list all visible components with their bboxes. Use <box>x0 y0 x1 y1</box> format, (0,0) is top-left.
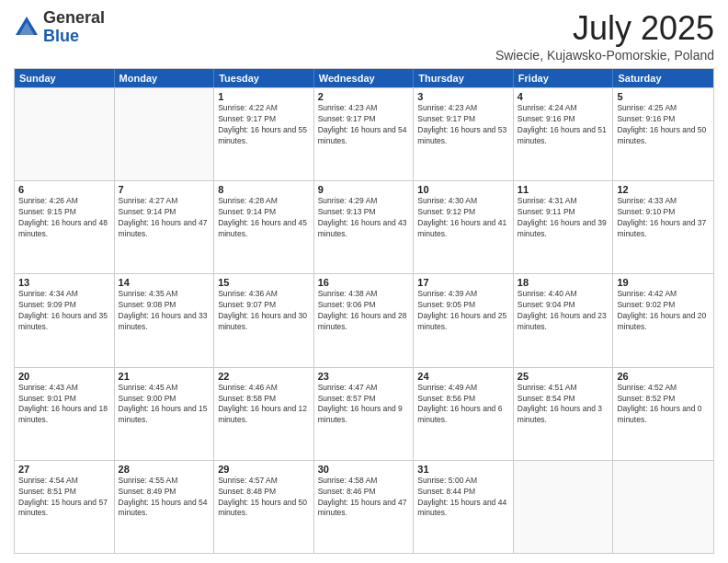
sunset-text: Sunset: 9:14 PM <box>119 207 210 218</box>
day-number: 10 <box>417 184 509 195</box>
title-block: July 2025 Swiecie, Kujawsko-Pomorskie, P… <box>495 9 714 63</box>
day-number: 14 <box>119 277 210 288</box>
day-number: 25 <box>518 371 609 382</box>
sunset-text: Sunset: 9:17 PM <box>218 114 310 125</box>
daylight-text: Daylight: 16 hours and 53 minutes. <box>417 125 509 147</box>
daylight-text: Daylight: 16 hours and 55 minutes. <box>218 125 310 147</box>
day-number: 26 <box>617 371 710 382</box>
day-cell-15: 15Sunrise: 4:36 AMSunset: 9:07 PMDayligh… <box>214 274 314 366</box>
calendar-header: SundayMondayTuesdayWednesdayThursdayFrid… <box>15 69 713 87</box>
location-title: Swiecie, Kujawsko-Pomorskie, Poland <box>495 48 714 63</box>
sunset-text: Sunset: 9:06 PM <box>318 300 410 311</box>
daylight-text: Daylight: 15 hours and 44 minutes. <box>417 498 509 520</box>
sunrise-text: Sunrise: 4:55 AM <box>119 476 210 487</box>
sunrise-text: Sunrise: 4:29 AM <box>318 196 410 207</box>
sunset-text: Sunset: 8:57 PM <box>318 394 410 405</box>
sunset-text: Sunset: 8:46 PM <box>318 487 410 498</box>
day-cell-6: 6Sunrise: 4:26 AMSunset: 9:15 PMDaylight… <box>15 181 115 273</box>
sunset-text: Sunset: 9:16 PM <box>518 114 609 125</box>
day-number: 13 <box>18 277 110 288</box>
daylight-text: Daylight: 15 hours and 47 minutes. <box>318 498 410 520</box>
sunrise-text: Sunrise: 4:58 AM <box>318 476 410 487</box>
day-number: 29 <box>218 464 310 475</box>
calendar-row-5: 27Sunrise: 4:54 AMSunset: 8:51 PMDayligh… <box>15 460 713 553</box>
daylight-text: Daylight: 16 hours and 0 minutes. <box>617 404 710 426</box>
day-number: 1 <box>218 91 310 102</box>
sunset-text: Sunset: 8:51 PM <box>18 487 110 498</box>
logo-text: General Blue <box>43 9 105 46</box>
sunrise-text: Sunrise: 4:39 AM <box>417 289 509 300</box>
sunset-text: Sunset: 9:08 PM <box>119 300 210 311</box>
daylight-text: Daylight: 16 hours and 43 minutes. <box>318 218 410 240</box>
sunset-text: Sunset: 8:49 PM <box>119 487 210 498</box>
empty-cell <box>15 88 115 180</box>
sunrise-text: Sunrise: 4:52 AM <box>617 383 710 394</box>
daylight-text: Daylight: 15 hours and 57 minutes. <box>18 498 110 520</box>
daylight-text: Daylight: 16 hours and 45 minutes. <box>218 218 310 240</box>
day-cell-10: 10Sunrise: 4:30 AMSunset: 9:12 PMDayligh… <box>414 181 514 273</box>
day-number: 23 <box>318 371 410 382</box>
daylight-text: Daylight: 15 hours and 54 minutes. <box>119 498 210 520</box>
sunrise-text: Sunrise: 4:34 AM <box>18 289 110 300</box>
sunrise-text: Sunrise: 4:36 AM <box>218 289 310 300</box>
sunrise-text: Sunrise: 4:57 AM <box>218 476 310 487</box>
day-cell-4: 4Sunrise: 4:24 AMSunset: 9:16 PMDaylight… <box>514 88 614 180</box>
day-cell-19: 19Sunrise: 4:42 AMSunset: 9:02 PMDayligh… <box>613 274 713 366</box>
sunrise-text: Sunrise: 4:47 AM <box>318 383 410 394</box>
sunrise-text: Sunrise: 4:51 AM <box>518 383 609 394</box>
sunset-text: Sunset: 9:02 PM <box>617 300 710 311</box>
daylight-text: Daylight: 16 hours and 50 minutes. <box>617 125 710 147</box>
day-cell-7: 7Sunrise: 4:27 AMSunset: 9:14 PMDaylight… <box>115 181 215 273</box>
day-cell-9: 9Sunrise: 4:29 AMSunset: 9:13 PMDaylight… <box>314 181 415 273</box>
weekday-header-monday: Monday <box>115 69 215 87</box>
daylight-text: Daylight: 16 hours and 51 minutes. <box>518 125 609 147</box>
day-cell-24: 24Sunrise: 4:49 AMSunset: 8:56 PMDayligh… <box>414 368 514 460</box>
logo-general: General <box>43 8 105 27</box>
sunrise-text: Sunrise: 5:00 AM <box>417 476 509 487</box>
calendar-row-2: 6Sunrise: 4:26 AMSunset: 9:15 PMDaylight… <box>15 180 713 273</box>
day-number: 20 <box>18 371 110 382</box>
day-number: 12 <box>617 184 710 195</box>
day-cell-12: 12Sunrise: 4:33 AMSunset: 9:10 PMDayligh… <box>613 181 713 273</box>
daylight-text: Daylight: 16 hours and 48 minutes. <box>18 218 110 240</box>
day-cell-27: 27Sunrise: 4:54 AMSunset: 8:51 PMDayligh… <box>15 461 115 553</box>
daylight-text: Daylight: 16 hours and 47 minutes. <box>119 218 210 240</box>
day-cell-26: 26Sunrise: 4:52 AMSunset: 8:52 PMDayligh… <box>613 368 713 460</box>
day-number: 22 <box>218 371 310 382</box>
day-cell-28: 28Sunrise: 4:55 AMSunset: 8:49 PMDayligh… <box>115 461 215 553</box>
day-number: 3 <box>417 91 509 102</box>
day-cell-13: 13Sunrise: 4:34 AMSunset: 9:09 PMDayligh… <box>15 274 115 366</box>
logo: General Blue <box>14 9 105 46</box>
day-cell-14: 14Sunrise: 4:35 AMSunset: 9:08 PMDayligh… <box>115 274 215 366</box>
day-number: 31 <box>417 464 509 475</box>
sunrise-text: Sunrise: 4:40 AM <box>518 289 609 300</box>
sunrise-text: Sunrise: 4:38 AM <box>318 289 410 300</box>
daylight-text: Daylight: 16 hours and 20 minutes. <box>617 311 710 333</box>
sunrise-text: Sunrise: 4:22 AM <box>218 103 310 114</box>
day-number: 6 <box>18 184 110 195</box>
sunrise-text: Sunrise: 4:24 AM <box>518 103 609 114</box>
daylight-text: Daylight: 16 hours and 6 minutes. <box>417 404 509 426</box>
day-number: 2 <box>318 91 410 102</box>
daylight-text: Daylight: 16 hours and 9 minutes. <box>318 404 410 426</box>
logo-icon <box>14 15 40 40</box>
weekday-header-tuesday: Tuesday <box>214 69 314 87</box>
day-number: 11 <box>518 184 609 195</box>
sunrise-text: Sunrise: 4:25 AM <box>617 103 710 114</box>
sunset-text: Sunset: 9:13 PM <box>318 207 410 218</box>
empty-cell <box>514 461 614 553</box>
day-number: 16 <box>318 277 410 288</box>
sunset-text: Sunset: 8:56 PM <box>417 394 509 405</box>
logo-blue: Blue <box>43 27 79 45</box>
day-number: 8 <box>218 184 310 195</box>
sunset-text: Sunset: 9:00 PM <box>119 394 210 405</box>
daylight-text: Daylight: 16 hours and 12 minutes. <box>218 404 310 426</box>
daylight-text: Daylight: 16 hours and 37 minutes. <box>617 218 710 240</box>
sunset-text: Sunset: 9:01 PM <box>18 394 110 405</box>
day-cell-29: 29Sunrise: 4:57 AMSunset: 8:48 PMDayligh… <box>214 461 314 553</box>
daylight-text: Daylight: 15 hours and 50 minutes. <box>218 498 310 520</box>
daylight-text: Daylight: 16 hours and 15 minutes. <box>119 404 210 426</box>
header: General Blue July 2025 Swiecie, Kujawsko… <box>14 9 714 63</box>
sunset-text: Sunset: 9:05 PM <box>417 300 509 311</box>
sunrise-text: Sunrise: 4:27 AM <box>119 196 210 207</box>
